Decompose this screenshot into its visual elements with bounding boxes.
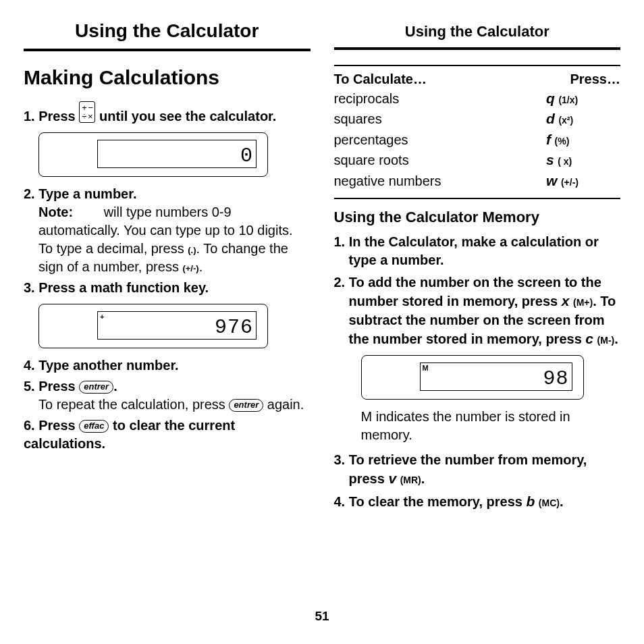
- step5-body: To repeat the calculation, press entrer …: [38, 396, 311, 414]
- step2-label: 2. Type a number.: [24, 185, 311, 203]
- table-row: percentages f (%): [334, 130, 621, 150]
- screen3-caption: M indicates the number is stored in memo…: [361, 408, 621, 444]
- step5-label: 5. Press entrer.: [24, 379, 117, 394]
- left-page-title: Using the Calculator: [24, 20, 311, 51]
- page-number: 51: [0, 609, 644, 624]
- step3-label: 3. Press a math function key.: [24, 279, 311, 297]
- left-column: Using the Calculator Making Calculations…: [24, 20, 311, 516]
- function-table: To Calculate… Press… reciprocals q (1/x)…: [334, 65, 621, 199]
- calc-mode-icon: +−÷×: [79, 101, 95, 123]
- table-row: squares d (x²): [334, 109, 621, 129]
- effac-key: effac: [79, 420, 109, 433]
- entrer-key: entrer: [229, 399, 263, 412]
- calc-screen-1: 0: [38, 132, 311, 177]
- calc-screen-3: M98: [361, 355, 621, 400]
- step4-label: 4. Type another number.: [24, 356, 311, 375]
- table-row: reciprocals q (1/x): [334, 88, 621, 109]
- memory-heading: Using the Calculator Memory: [334, 209, 621, 226]
- table-row: negative numbers w (+/-): [334, 171, 621, 191]
- step6-label: 6. Press effac to clear the current calc…: [24, 418, 235, 451]
- table-header-calc: To Calculate…: [334, 72, 570, 87]
- mem-step3: 3. To retrieve the number from memory, p…: [334, 451, 621, 488]
- step2-body: Note: will type numbers 0-9 automaticall…: [38, 203, 311, 276]
- table-header-press: Press…: [570, 72, 621, 87]
- table-row: square roots s ( x): [334, 150, 621, 170]
- right-column: Using the Calculator To Calculate… Press…: [334, 20, 621, 516]
- mem-step1: 1. In the Calculator, make a calculation…: [334, 233, 621, 269]
- mem-step4: 4. To clear the memory, press b (MC).: [334, 492, 621, 511]
- step1-label: 1. Press +−÷× until you see the calculat…: [24, 109, 276, 124]
- mem-step2: 2. To add the number on the screen to th…: [334, 273, 621, 348]
- entrer-key: entrer: [79, 381, 113, 394]
- section-heading: Making Calculations: [24, 66, 311, 89]
- calc-screen-2: +976: [38, 304, 311, 348]
- right-page-title: Using the Calculator: [334, 20, 621, 50]
